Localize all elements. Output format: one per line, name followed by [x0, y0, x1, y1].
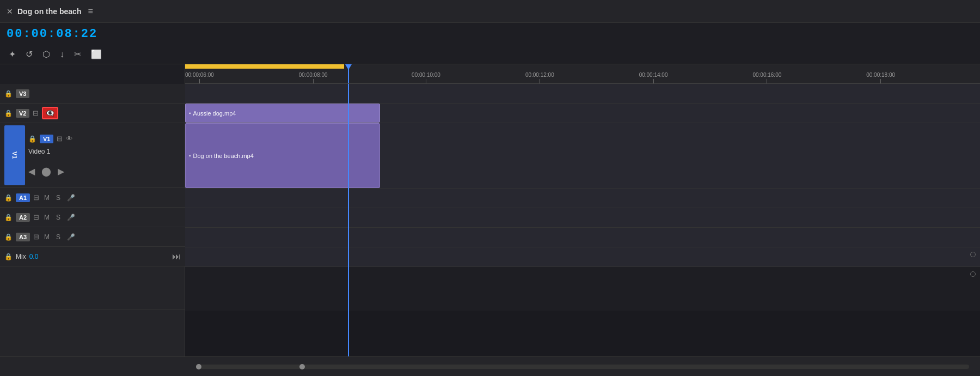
clip-label: Aussie dog.mp4	[193, 110, 236, 117]
aussie-dog-clip[interactable]: ▪ Aussie dog.mp4	[185, 104, 380, 123]
go-to-end-button[interactable]: ⏭	[172, 252, 181, 262]
a3-track-content	[185, 228, 980, 247]
filmstrip-icon-a1: ⊟	[33, 193, 39, 202]
a2-track-content	[185, 208, 980, 228]
razor-tool-icon[interactable]: ✂	[72, 48, 83, 60]
lock-icon-mix[interactable]: 🔒	[4, 253, 13, 260]
track-v2-header: 🔒 V2 ⊟ 👁‍🗨	[0, 104, 185, 123]
playhead-ruler[interactable]	[348, 64, 349, 83]
v1-track-content: ▪ Dog on the beach.mp4	[185, 123, 980, 189]
insert-icon[interactable]: ↓	[58, 48, 66, 60]
v2-badge: V2	[16, 109, 29, 118]
clip-film-icon: ▪	[189, 110, 191, 116]
empty-timeline-area	[185, 267, 980, 311]
scrollbar-thumb-left[interactable]	[196, 364, 201, 369]
scrollbar-container	[0, 356, 980, 376]
track-mix-header: 🔒 Mix 0.0 ⏭	[0, 247, 185, 266]
ruler-mark: 00:00:06:00	[185, 72, 214, 83]
v1-track-name: Video 1	[28, 148, 50, 155]
solo-button-a3[interactable]: S	[54, 233, 62, 241]
a1-badge: A1	[16, 193, 30, 202]
v2-track-content: ▪ Aussie dog.mp4	[185, 104, 980, 123]
selection-tool-icon[interactable]: ✦	[7, 48, 18, 60]
track-v3-header: 🔒 V3	[0, 84, 185, 104]
solo-button-a1[interactable]: S	[54, 193, 62, 202]
ruler-mark: 00:00:12:00	[525, 72, 554, 83]
v1-sidebar-blue: V1	[4, 125, 25, 185]
track-a1-header: 🔒 A1 ⊟ M S 🎤	[0, 188, 185, 208]
lock-icon-v1[interactable]: 🔒	[28, 135, 36, 143]
captions-icon[interactable]: ⬜	[89, 48, 104, 60]
filmstrip-icon-a3: ⊟	[33, 233, 39, 241]
ruler-mark: 00:00:14:00	[639, 72, 668, 83]
title-bar: ✕ Dog on the beach ≡	[0, 0, 980, 23]
v1-badge: V1	[40, 135, 53, 143]
next-frame-button[interactable]: ▶	[58, 166, 64, 177]
ruler-mark: 00:00:16:00	[752, 72, 781, 83]
empty-track-area	[0, 266, 185, 310]
ripple-tool-icon[interactable]: ↺	[23, 48, 35, 60]
v1-sidebar-label: V1	[11, 151, 18, 159]
track-headers: 🔒 V3 🔒 V2 ⊟ 👁‍🗨	[0, 84, 185, 356]
lock-icon-a3[interactable]: 🔒	[4, 233, 13, 241]
track-select-icon[interactable]: ⬡	[40, 48, 52, 60]
prev-frame-button[interactable]: ◀	[28, 166, 35, 177]
mic-icon-a3[interactable]: 🎤	[65, 233, 77, 241]
dog-beach-clip[interactable]: ▪ Dog on the beach.mp4	[185, 123, 380, 188]
mute-button-a1[interactable]: M	[42, 193, 51, 202]
center-button[interactable]: ⬤	[41, 166, 51, 177]
timeline-content: ▪ Aussie dog.mp4 ▪ Dog on the beach.mp4	[185, 84, 980, 356]
toolbar: ✦ ↺ ⬡ ↓ ✂ ⬜	[0, 45, 980, 64]
mix-track-content	[185, 247, 980, 267]
track-a2-header: 🔒 A2 ⊟ M S 🎤	[0, 208, 185, 227]
hide-eye-button[interactable]: 👁‍🗨	[42, 107, 58, 119]
lock-icon-v2[interactable]: 🔒	[4, 110, 13, 117]
timecode-bar: 00:00:08:22	[0, 23, 980, 45]
ruler-mark: 00:00:18:00	[866, 72, 895, 83]
track-v1-header: V1 🔒 V1 ⊟ 👁 Video 1	[0, 123, 185, 188]
solo-button-a2[interactable]: S	[54, 213, 62, 222]
timecode-display: 00:00:08:22	[7, 27, 97, 41]
clip-film-icon-2: ▪	[189, 153, 191, 159]
project-title: Dog on the beach	[17, 7, 81, 16]
clip-label-2: Dog on the beach.mp4	[193, 153, 254, 159]
mic-icon-a1[interactable]: 🎤	[65, 193, 77, 202]
mix-label: Mix	[16, 253, 26, 260]
filmstrip-icon-v2: ⊟	[33, 109, 39, 117]
ruler-mark: 00:00:08:00	[299, 72, 328, 83]
lock-icon-a1[interactable]: 🔒	[4, 194, 13, 202]
lock-icon-v3[interactable]: 🔒	[4, 90, 13, 98]
a1-track-content	[185, 189, 980, 208]
scrollbar-thumb-right[interactable]	[299, 364, 305, 369]
mic-icon-a2[interactable]: 🎤	[65, 213, 77, 222]
v3-badge: V3	[16, 89, 29, 98]
a2-badge: A2	[16, 213, 30, 222]
ruler-mark: 00:00:10:00	[412, 72, 440, 83]
eye-icon-v1[interactable]: 👁	[66, 135, 73, 143]
mute-button-a3[interactable]: M	[42, 233, 51, 241]
mute-button-a2[interactable]: M	[42, 213, 51, 222]
v3-track-content	[185, 84, 980, 104]
a3-badge: A3	[16, 233, 30, 241]
filmstrip-icon-v1: ⊟	[57, 135, 63, 143]
menu-icon[interactable]: ≡	[88, 7, 93, 16]
mix-value: 0.0	[29, 253, 39, 260]
work-area-bar	[185, 64, 344, 69]
scrollbar-track[interactable]	[196, 365, 969, 369]
resize-handle-3[interactable]	[970, 271, 976, 277]
resize-handle-2[interactable]	[970, 252, 976, 257]
filmstrip-icon-a2: ⊟	[33, 213, 39, 221]
scrollbar-area	[192, 365, 973, 369]
lock-icon-a2[interactable]: 🔒	[4, 214, 13, 221]
close-icon[interactable]: ✕	[7, 7, 13, 16]
time-ruler[interactable]: 00:00:06:00 00:00:08:00 00:00:10:00 00:0…	[185, 64, 980, 84]
tracks-container: 🔒 V3 🔒 V2 ⊟ 👁‍🗨	[0, 84, 980, 356]
playhead-triangle	[345, 64, 352, 70]
track-a3-header: 🔒 A3 ⊟ M S 🎤	[0, 227, 185, 247]
